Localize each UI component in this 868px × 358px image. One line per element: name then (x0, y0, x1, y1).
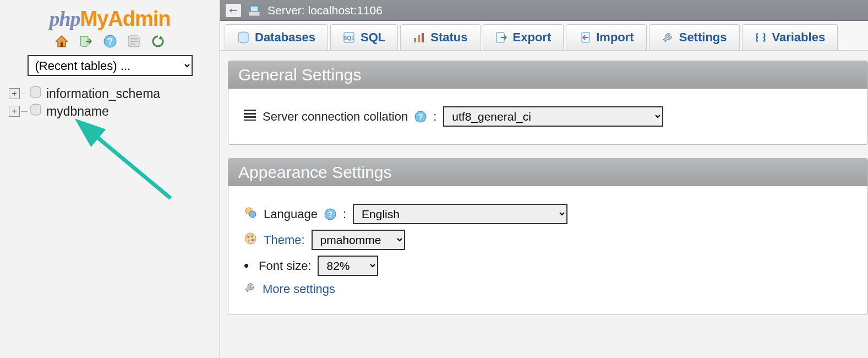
svg-text:?: ? (328, 210, 333, 219)
svg-rect-1 (61, 42, 63, 47)
language-select[interactable]: English (353, 204, 567, 224)
row-language: Language ? : English (244, 204, 852, 224)
colon: : (343, 207, 346, 221)
tab-label: SQL (361, 30, 385, 45)
row-collation: Server connection collation ? : utf8_gen… (244, 106, 852, 127)
panel-general-settings: General Settings Server connection colla… (228, 61, 868, 145)
variables-icon (755, 31, 767, 44)
tab-label: Databases (255, 30, 315, 45)
svg-point-34 (247, 236, 249, 238)
logout-icon[interactable] (79, 34, 93, 48)
tree-connector (21, 111, 28, 112)
database-icon (237, 31, 249, 44)
wrench-icon (244, 281, 256, 297)
export-icon (495, 31, 507, 44)
tab-label: Export (513, 30, 552, 45)
svg-rect-23 (244, 110, 256, 111)
tab-label: Variables (772, 30, 826, 45)
recent-tables-select[interactable]: (Recent tables) ... (28, 55, 193, 76)
tab-databases[interactable]: Databases (225, 24, 328, 50)
svg-point-37 (248, 240, 250, 242)
annotation-arrow-icon (83, 127, 182, 204)
refresh-icon[interactable] (151, 34, 165, 48)
tab-import[interactable]: Import (566, 24, 646, 50)
server-bar: ← Server: localhost:1106 (220, 0, 868, 21)
db-tree-item[interactable]: + information_schema (9, 86, 215, 101)
fontsize-label: Font size: (259, 259, 311, 273)
svg-rect-20 (422, 33, 424, 42)
collation-label: Server connection collation (263, 110, 408, 124)
fontsize-select[interactable]: 82% (318, 256, 378, 276)
expand-icon[interactable]: + (9, 106, 20, 117)
list-lines-icon (244, 110, 256, 124)
svg-text:SQL: SQL (343, 35, 355, 41)
database-tree: + information_schema + mydbname (4, 86, 215, 119)
tree-connector (21, 94, 28, 94)
svg-point-30 (249, 211, 256, 218)
sql-icon: SQL (343, 31, 355, 44)
sql-query-icon[interactable] (127, 34, 141, 48)
back-arrow-button[interactable]: ← (226, 4, 241, 17)
logo-part-my: My (80, 7, 108, 30)
status-icon (413, 31, 425, 44)
svg-rect-25 (244, 116, 256, 118)
tab-label: Settings (679, 30, 727, 45)
database-icon (30, 104, 42, 119)
language-label: Language (264, 207, 318, 221)
tab-sql[interactable]: SQL SQL (330, 24, 398, 50)
tab-status[interactable]: Status (400, 24, 480, 50)
theme-label-link[interactable]: Theme: (264, 233, 305, 247)
svg-point-36 (252, 239, 254, 241)
svg-rect-18 (414, 38, 416, 42)
row-theme: Theme: pmahomme (244, 230, 852, 250)
help-icon[interactable]: ? (414, 111, 427, 123)
logo-part-php: php (49, 7, 80, 30)
sidebar: phpMyAdmin ? (Recent tables) ... + infor… (0, 0, 220, 358)
db-tree-item[interactable]: + mydbname (9, 104, 215, 119)
svg-rect-26 (244, 120, 256, 121)
tabs-bar: Databases SQL SQL Status Export Import (220, 21, 868, 51)
svg-line-12 (92, 133, 171, 198)
content-area: General Settings Server connection colla… (220, 51, 868, 328)
wrench-icon (662, 31, 674, 44)
logo: phpMyAdmin (4, 7, 215, 31)
svg-point-35 (251, 235, 253, 237)
svg-point-33 (245, 233, 256, 244)
theme-icon (244, 232, 257, 248)
db-name-label: information_schema (46, 86, 160, 101)
home-icon[interactable] (54, 34, 69, 48)
server-icon (248, 4, 261, 17)
server-label: Server: localhost:1106 (268, 4, 383, 17)
svg-rect-14 (250, 6, 258, 12)
expand-icon[interactable]: + (9, 88, 20, 99)
db-name-label: mydbname (46, 104, 109, 119)
help-icon[interactable]: ? (103, 34, 117, 48)
panel-title: Appearance Settings (228, 159, 867, 186)
svg-rect-8 (130, 44, 135, 45)
help-icon[interactable]: ? (324, 208, 336, 220)
panel-appearance-settings: Appearance Settings Language ? : English (228, 158, 868, 315)
row-more-settings: More settings (244, 281, 852, 297)
bullet-icon: • (244, 257, 249, 274)
collation-select[interactable]: utf8_general_ci (443, 106, 663, 127)
svg-rect-24 (244, 113, 256, 115)
row-fontsize: • Font size: 82% (244, 256, 852, 276)
svg-rect-6 (130, 38, 138, 40)
tab-settings[interactable]: Settings (649, 24, 740, 50)
import-icon (578, 31, 591, 44)
svg-rect-13 (249, 12, 260, 16)
svg-text:?: ? (418, 112, 423, 121)
panel-title: General Settings (228, 61, 867, 89)
more-settings-link[interactable]: More settings (263, 282, 335, 296)
tab-label: Import (596, 30, 634, 45)
tab-label: Status (430, 30, 467, 45)
main: ← Server: localhost:1106 Databases SQL S… (220, 0, 868, 358)
svg-rect-19 (418, 35, 420, 42)
svg-marker-9 (159, 36, 163, 40)
logo-part-admin: Admin (108, 7, 170, 30)
theme-select[interactable]: pmahomme (312, 230, 405, 250)
tab-variables[interactable]: Variables (742, 24, 838, 50)
sidebar-toolbar: ? (4, 34, 215, 48)
colon: : (433, 110, 436, 124)
tab-export[interactable]: Export (483, 24, 564, 50)
